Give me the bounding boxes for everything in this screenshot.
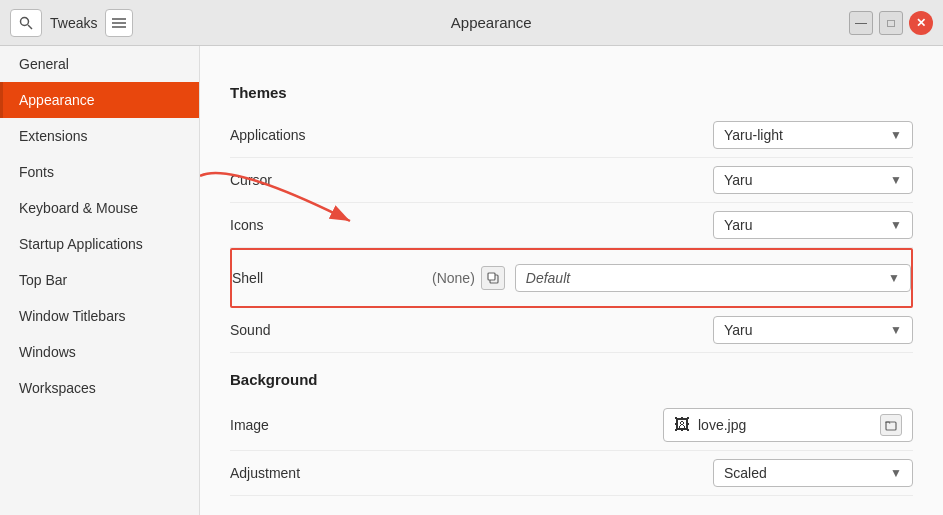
content-area: Themes Applications Yaru-light ▼ Cursor … <box>200 46 943 515</box>
icons-value: Yaru <box>724 217 753 233</box>
icons-control: Yaru ▼ <box>430 211 913 239</box>
sound-dropdown-arrow: ▼ <box>890 323 902 337</box>
close-button[interactable]: ✕ <box>909 11 933 35</box>
minimize-button[interactable]: — <box>849 11 873 35</box>
shell-copy-button[interactable] <box>481 266 505 290</box>
sidebar: General Appearance Extensions Fonts Keyb… <box>0 46 200 515</box>
sound-row: Sound Yaru ▼ <box>230 308 913 353</box>
sidebar-item-startup-applications[interactable]: Startup Applications <box>0 226 199 262</box>
app-title-area: Tweaks <box>50 9 133 37</box>
sidebar-item-appearance[interactable]: Appearance <box>0 82 199 118</box>
sidebar-item-keyboard-mouse[interactable]: Keyboard & Mouse <box>0 190 199 226</box>
copy-icon <box>487 272 499 284</box>
svg-point-0 <box>21 17 29 25</box>
bg-image-picker[interactable]: 🖼 love.jpg <box>663 408 913 442</box>
sidebar-item-fonts[interactable]: Fonts <box>0 154 199 190</box>
svg-rect-8 <box>886 422 896 430</box>
shell-dropdown[interactable]: Default ▼ <box>515 264 911 292</box>
shell-dropdown-arrow: ▼ <box>888 271 900 285</box>
themes-section-title: Themes <box>230 84 913 101</box>
icons-dropdown-arrow: ▼ <box>890 218 902 232</box>
applications-control: Yaru-light ▼ <box>430 121 913 149</box>
sidebar-item-workspaces[interactable]: Workspaces <box>0 370 199 406</box>
search-icon <box>19 16 33 30</box>
applications-row: Applications Yaru-light ▼ <box>230 113 913 158</box>
bg-image-folder-button[interactable] <box>880 414 902 436</box>
maximize-button[interactable]: □ <box>879 11 903 35</box>
bg-image-control: 🖼 love.jpg <box>430 408 913 442</box>
menu-button[interactable] <box>105 9 133 37</box>
sound-control: Yaru ▼ <box>430 316 913 344</box>
bg-image-filename: love.jpg <box>698 417 872 433</box>
titlebar: Tweaks Appearance — □ ✕ <box>0 0 943 46</box>
bg-image-thumbnail-icon: 🖼 <box>674 416 690 434</box>
sound-dropdown[interactable]: Yaru ▼ <box>713 316 913 344</box>
cursor-dropdown-arrow: ▼ <box>890 173 902 187</box>
shell-value: Default <box>526 270 570 286</box>
bg-image-label: Image <box>230 417 430 433</box>
window-title: Appearance <box>133 14 849 31</box>
icons-row: Icons Yaru ▼ <box>230 203 913 248</box>
bg-image-row: Image 🖼 love.jpg <box>230 400 913 451</box>
icons-label: Icons <box>230 217 430 233</box>
svg-line-1 <box>28 25 32 29</box>
sidebar-item-extensions[interactable]: Extensions <box>0 118 199 154</box>
sound-value: Yaru <box>724 322 753 338</box>
cursor-dropdown[interactable]: Yaru ▼ <box>713 166 913 194</box>
hamburger-icon <box>112 17 126 29</box>
cursor-row: Cursor Yaru ▼ <box>230 158 913 203</box>
shell-row: Shell (None) Default ▼ <box>230 248 913 308</box>
shell-label: Shell <box>232 270 432 286</box>
applications-dropdown-arrow: ▼ <box>890 128 902 142</box>
svg-rect-7 <box>488 273 495 280</box>
background-section-title: Background <box>230 371 913 388</box>
app-name: Tweaks <box>50 15 97 31</box>
sidebar-item-top-bar[interactable]: Top Bar <box>0 262 199 298</box>
sidebar-item-general[interactable]: General <box>0 46 199 82</box>
sidebar-item-windows[interactable]: Windows <box>0 334 199 370</box>
bg-adjustment-control: Scaled ▼ <box>430 459 913 487</box>
folder-icon <box>885 419 897 431</box>
cursor-label: Cursor <box>230 172 430 188</box>
shell-inner: Shell (None) Default ▼ <box>232 258 911 298</box>
bg-adjustment-value: Scaled <box>724 465 767 481</box>
bg-adjustment-dropdown[interactable]: Scaled ▼ <box>713 459 913 487</box>
shell-none-text: (None) <box>432 270 475 286</box>
shell-none-area: (None) <box>432 266 505 290</box>
main-layout: General Appearance Extensions Fonts Keyb… <box>0 46 943 515</box>
sidebar-item-window-titlebars[interactable]: Window Titlebars <box>0 298 199 334</box>
search-button[interactable] <box>10 9 42 37</box>
cursor-control: Yaru ▼ <box>430 166 913 194</box>
bg-adjustment-label: Adjustment <box>230 465 430 481</box>
applications-value: Yaru-light <box>724 127 783 143</box>
icons-dropdown[interactable]: Yaru ▼ <box>713 211 913 239</box>
applications-dropdown[interactable]: Yaru-light ▼ <box>713 121 913 149</box>
bg-adjustment-dropdown-arrow: ▼ <box>890 466 902 480</box>
cursor-value: Yaru <box>724 172 753 188</box>
sound-label: Sound <box>230 322 430 338</box>
window-controls: — □ ✕ <box>849 11 933 35</box>
applications-label: Applications <box>230 127 430 143</box>
bg-adjustment-row: Adjustment Scaled ▼ <box>230 451 913 496</box>
